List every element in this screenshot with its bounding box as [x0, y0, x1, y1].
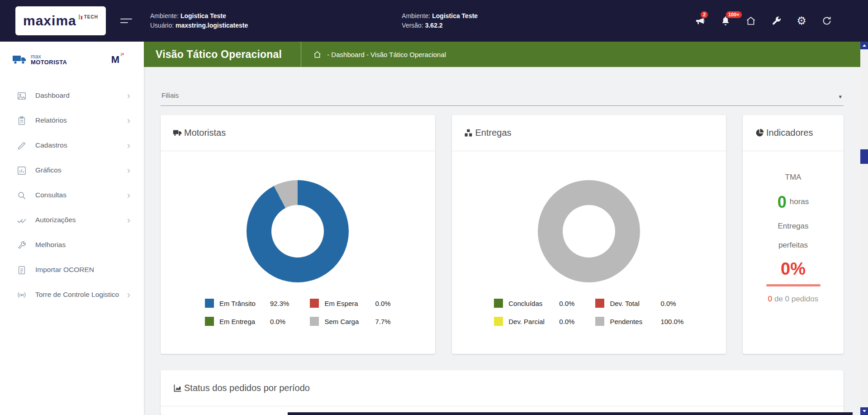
perfect-deliveries-line2: perfeitas — [743, 241, 844, 250]
filiais-select[interactable]: Filiais ▾ — [161, 88, 844, 106]
legend-swatch — [494, 317, 503, 326]
chevron-right-icon: › — [127, 215, 130, 225]
header-divider — [301, 42, 301, 67]
refresh-icon[interactable] — [821, 15, 833, 27]
sidebar-item-dashboard[interactable]: Dashboard › — [0, 83, 144, 108]
max-motorista-logo: max MOTORISTA M — [0, 42, 144, 78]
sidebar-item-label: Cadastros — [35, 141, 127, 150]
legend-swatch — [310, 299, 319, 308]
scrollbar-down-button[interactable] — [860, 407, 868, 415]
ambiente-value: Logistica Teste — [180, 12, 226, 19]
double-check-icon — [16, 215, 27, 226]
sidebar-item-importar-ocoren[interactable]: Importar OCOREN › — [0, 258, 144, 282]
tools-wrench-icon[interactable] — [770, 15, 782, 27]
usuario-value: maxstring.logisticateste — [175, 22, 248, 29]
legend-label: Dev. Parcial — [508, 318, 559, 325]
sidebar-item-torre-de-controle[interactable]: Torre de Controle Logistico › — [0, 282, 144, 307]
motoristas-legend: Em Trânsito 92.3% Em Espera 0.0% Em Entr… — [205, 299, 391, 326]
entregas-card: Entregas Concluídas 0.0% Dev. Tota — [452, 115, 726, 354]
vertical-scrollbar[interactable] — [860, 42, 868, 415]
app-window: maxima TECH Ambiente: Logistica Teste Us… — [0, 0, 868, 415]
indicadores-card-header: Indicadores — [743, 115, 844, 151]
sidebar-item-autorizacoes[interactable]: Autorizações › — [0, 208, 144, 233]
truck-logo-icon — [12, 54, 27, 66]
legend-swatch — [205, 317, 214, 326]
ambiente2-label: Ambiente: — [402, 12, 430, 19]
sidebar-item-relatorios[interactable]: Relatórios › — [0, 108, 144, 133]
clipboard-icon — [16, 115, 27, 126]
legend-item: Dev. Parcial 0.0% — [494, 317, 574, 326]
scrollbar-track[interactable] — [860, 49, 868, 407]
status-pedidos-card: Status dos pedidos por período — [161, 370, 844, 415]
legend-value: 0.0% — [375, 300, 390, 307]
legend-swatch — [310, 317, 319, 326]
legend-label: Em Espera — [324, 300, 375, 307]
topbar-actions: 2 100+ ⚙ — [694, 15, 833, 27]
home-icon[interactable] — [745, 15, 757, 27]
legend-item: Pendentes 100.0% — [595, 317, 683, 326]
versao-label: Versão: — [402, 22, 423, 29]
logo-tech-block: TECH — [79, 14, 98, 19]
versao-value: 3.62.2 — [425, 22, 443, 29]
entregas-donut-chart — [538, 180, 640, 282]
legend-swatch — [595, 317, 604, 326]
page-title: Visão Tático Operacional — [156, 48, 282, 61]
legend-swatch — [595, 299, 604, 308]
scrollbar-thumb[interactable] — [860, 149, 868, 164]
notifications-badge: 100+ — [726, 11, 742, 19]
ambiente-label: Ambiente: — [150, 12, 179, 19]
environment-version-info: Ambiente: Logistica Teste Versão: 3.62.2 — [402, 11, 478, 30]
wrench-icon — [16, 240, 27, 251]
legend-value: 0.0% — [660, 300, 676, 307]
logo-motorista-text: MOTORISTA — [31, 59, 67, 66]
indicadores-card: Indicadores TMA 0horas Entregas perfeita… — [743, 115, 844, 354]
tma-value-row: 0horas — [743, 193, 844, 212]
chevron-right-icon: › — [127, 116, 130, 126]
legend-label: Dev. Total — [610, 300, 660, 307]
breadcrumb: - Dashboard - Visão Tático Operacional — [313, 50, 446, 59]
pedidos-count: 0 — [768, 295, 772, 303]
area-chart-icon — [172, 383, 182, 393]
legend-value: 7.7% — [375, 318, 390, 325]
scrollbar-up-button[interactable] — [860, 42, 868, 49]
breadcrumb-home-icon[interactable] — [313, 50, 322, 59]
menu-toggle-icon[interactable] — [120, 16, 132, 26]
status-pedidos-card-title: Status dos pedidos por período — [184, 383, 310, 393]
settings-gear-icon[interactable]: ⚙ — [796, 15, 807, 27]
chevron-right-icon: › — [127, 166, 130, 176]
logo-bar-green — [79, 14, 80, 19]
perfect-deliveries-percent: 0% — [743, 260, 844, 279]
sidebar-item-label: Melhorias — [35, 240, 127, 249]
legend-item: Em Espera 0.0% — [310, 299, 390, 308]
sidebar-item-label: Consultas — [35, 191, 127, 200]
legend-value: 92.3% — [270, 300, 289, 307]
pie-chart-icon — [754, 128, 764, 138]
chevron-down-icon: ▾ — [839, 93, 842, 100]
tma-label: TMA — [743, 173, 844, 182]
sidebar-item-cadastros[interactable]: Cadastros › — [0, 133, 144, 158]
logo-brand-text: maxima — [23, 14, 76, 28]
dashboard-cards-row: Motoristas Em Trânsito 92.3% Em Es — [161, 115, 844, 354]
sidebar-item-graficos[interactable]: Gráficos › — [0, 158, 144, 183]
announcements-icon[interactable]: 2 — [694, 15, 706, 27]
sidebar-item-consultas[interactable]: Consultas › — [0, 183, 144, 208]
legend-label: Em Trânsito — [219, 300, 270, 307]
perfect-deliveries-line1: Entregas — [743, 222, 844, 231]
sidebar-item-label: Torre de Controle Logistico — [35, 290, 127, 299]
legend-swatch — [205, 299, 214, 308]
maxima-tech-logo: maxima TECH — [15, 6, 106, 35]
bottom-bar — [288, 412, 853, 415]
sidebar-item-melhorias[interactable]: Melhorias › — [0, 233, 144, 258]
page-header: Visão Tático Operacional - Dashboard - V… — [144, 42, 860, 67]
chevron-right-icon: › — [127, 141, 130, 151]
main-area: Visão Tático Operacional - Dashboard - V… — [144, 42, 860, 415]
motoristas-donut-chart — [247, 180, 349, 282]
pedidos-text: de 0 pedidos — [774, 295, 818, 303]
logo-bar-pink — [81, 16, 82, 19]
usuario-label: Usuário: — [150, 22, 174, 29]
sidebar-nav: Dashboard › Relatórios › Cadastros › — [0, 78, 144, 307]
notifications-bell-icon[interactable]: 100+ — [720, 15, 731, 27]
ambiente2-value: Logistica Teste — [432, 12, 478, 19]
environment-user-info: Ambiente: Logistica Teste Usuário: maxst… — [150, 11, 248, 30]
sidebar-item-label: Importar OCOREN — [35, 265, 127, 274]
